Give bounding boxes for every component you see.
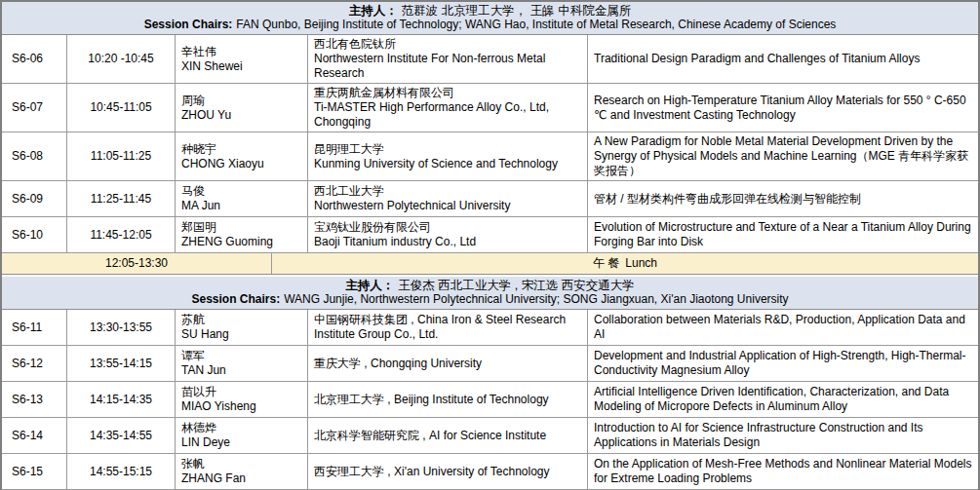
session-row: S6-08 11:05-11:25 种晓宇 CHONG Xiaoyu 昆明理工大… [2,132,978,181]
speaker-affiliation: 昆明理工大学 Kunming University of Science and… [308,132,588,180]
talk-title: Traditional Design Paradigm and Challeng… [588,35,978,83]
speaker-affiliation: 重庆两航金属材料有限公司 Ti-MASTER High Performance … [308,84,588,132]
session1-chairs-en: Session Chairs:FAN Qunbo, Beijing Instit… [6,18,974,31]
speaker-affiliation: 重庆大学 , Chongqing University [308,346,588,381]
speaker-affiliation: 西北工业大学 Northwestern Polytechnical Univer… [308,181,588,216]
session-row: S6-06 10:20 -10:45 辛社伟 XIN Shewei 西北有色院钛… [2,35,978,84]
session1-chairs-band: 主持人：范群波 北京理工大学， 王皞 中科院金属所 Session Chairs… [2,2,978,35]
session-time: 10:20 -10:45 [67,35,176,83]
session-code: S6-10 [2,217,67,252]
session-code: S6-08 [2,132,67,180]
session-time: 14:35-14:55 [67,418,176,453]
speaker-name-en: MA Jun [181,199,301,213]
lunch-row: 12:05-13:30 午 餐Lunch [2,253,978,275]
speaker-name: 苗以升 MIAO Yisheng [176,382,308,417]
speaker-name-en: LIN Deye [181,435,301,450]
chair-label-zh: 主持人： [345,279,394,292]
speaker-name-en: MIAO Yisheng [181,399,301,414]
afternoon-session-rows: S6-11 13:30-13:55 苏航 SU Hang 中国钢研科技集团 , … [2,310,978,490]
session-row: S6-10 11:45-12:05 郑国明 ZHENG Guoming 宝鸡钛业… [2,217,978,253]
talk-title: Evolution of Microstructure and Texture … [588,217,978,252]
chair-names-en: FAN Qunbo, Beijing Institute of Technolo… [236,18,836,31]
speaker-affiliation: 北京科学智能研究院 , AI for Science Institute [308,418,588,453]
speaker-name: 周瑜 ZHOU Yu [176,84,308,132]
speaker-name-en: CHONG Xiaoyu [181,157,301,171]
speaker-name: 辛社伟 XIN Shewei [176,35,308,83]
talk-title: Development and Industrial Application o… [588,346,978,381]
session-code: S6-12 [2,346,67,381]
lunch-label: 午 餐Lunch [272,253,978,274]
speaker-affiliation: 中国钢研科技集团 , China Iron & Steel Research I… [308,310,588,345]
session-row: S6-11 13:30-13:55 苏航 SU Hang 中国钢研科技集团 , … [2,310,978,346]
speaker-affiliation-zh: 宝鸡钛业股份有限公司 [314,220,581,235]
speaker-affiliation-en: Ti-MASTER High Performance Alloy Co., Lt… [314,100,581,130]
speaker-affiliation-en: Baoji Titanium industry Co., Ltd [314,235,581,249]
speaker-name: 郑国明 ZHENG Guoming [176,217,308,252]
session-row: S6-13 14:15-14:35 苗以升 MIAO Yisheng 北京理工大… [2,382,978,418]
talk-title: Research on High-Temperature Titanium Al… [588,84,978,132]
speaker-name-zh: 张帆 [181,457,301,471]
session-time: 11:45-12:05 [67,217,176,252]
session-code: S6-09 [2,181,67,216]
session-time: 11:25-11:45 [67,181,176,216]
session-code: S6-14 [2,418,67,453]
speaker-name-zh: 苏航 [181,313,301,327]
speaker-affiliation-zh: 北京理工大学 , Beijing Institute of Technology [314,393,581,407]
session1-chairs-zh: 主持人：范群波 北京理工大学， 王皞 中科院金属所 [6,4,974,18]
session2-chairs-en: Session Chairs:WANG Junjie, Northwestern… [6,292,974,306]
session-time: 13:30-13:55 [67,310,176,345]
talk-title: On the Application of Mesh-Free Methods … [588,454,978,489]
speaker-affiliation-en: Northwestern Institute For Non-ferrous M… [314,52,581,81]
speaker-affiliation-zh: 北京科学智能研究院 , AI for Science Institute [314,429,581,443]
speaker-name-en: ZHENG Guoming [181,235,301,249]
session2-chairs-zh: 主持人：王俊杰 西北工业大学 , 宋江选 西安交通大学 [6,279,974,292]
session2-chairs-band: 主持人：王俊杰 西北工业大学 , 宋江选 西安交通大学 Session Chai… [2,277,978,310]
chair-names-zh: 范群波 北京理工大学， 王皞 中科院金属所 [402,4,631,18]
speaker-name: 张帆 ZHANG Fan [176,454,308,489]
morning-session-rows: S6-06 10:20 -10:45 辛社伟 XIN Shewei 西北有色院钛… [2,35,978,253]
session-row: S6-12 13:55-14:15 谭军 TAN Jun 重庆大学 , Chon… [2,346,978,382]
speaker-name-zh: 马俊 [181,184,301,199]
speaker-name-zh: 辛社伟 [181,45,301,59]
talk-title: 管材 / 型材类构件弯曲成形回弹在线检测与智能控制 [588,181,978,216]
speaker-name: 种晓宇 CHONG Xiaoyu [176,132,308,180]
speaker-name-en: ZHOU Yu [181,108,301,123]
speaker-name-en: SU Hang [181,327,301,342]
speaker-name: 马俊 MA Jun [176,181,308,216]
session-row: S6-07 10:45-11:05 周瑜 ZHOU Yu 重庆两航金属材料有限公… [2,84,978,132]
speaker-name-en: ZHANG Fan [181,471,301,486]
speaker-affiliation: 西安理工大学 , Xi'an University of Technology [308,454,588,489]
session-time: 10:45-11:05 [67,84,176,132]
speaker-name-zh: 谭军 [181,349,301,363]
session-row: S6-09 11:25-11:45 马俊 MA Jun 西北工业大学 North… [2,181,978,217]
chair-label-en: Session Chairs: [144,18,233,31]
speaker-name-zh: 周瑜 [181,94,301,108]
session-time: 13:55-14:15 [67,346,176,381]
speaker-affiliation-zh: 西北工业大学 [314,184,581,199]
speaker-affiliation: 宝鸡钛业股份有限公司 Baoji Titanium industry Co., … [308,217,588,252]
talk-title: Collaboration between Materials R&D, Pro… [588,310,978,345]
session-code: S6-06 [2,35,67,83]
speaker-affiliation-en: Kunming University of Science and Techno… [314,157,581,171]
speaker-name: 苏航 SU Hang [176,310,308,345]
speaker-name-zh: 种晓宇 [181,142,301,157]
speaker-affiliation: 北京理工大学 , Beijing Institute of Technology [308,382,588,417]
speaker-affiliation-zh: 重庆大学 , Chongqing University [314,357,581,371]
speaker-affiliation-zh: 西北有色院钛所 [314,37,581,52]
chair-names-zh: 王俊杰 西北工业大学 , 宋江选 西安交通大学 [398,279,634,292]
speaker-name-en: XIN Shewei [181,59,301,74]
chair-names-en: WANG Junjie, Northwestern Polytechnical … [284,292,788,306]
session-time: 14:15-14:35 [67,382,176,417]
speaker-name-zh: 林德烨 [181,421,301,435]
speaker-name: 林德烨 LIN Deye [176,418,308,453]
chair-label-zh: 主持人： [349,4,398,18]
speaker-name-zh: 郑国明 [181,220,301,235]
lunch-label-zh: 午 餐 [593,256,619,270]
lunch-label-en: Lunch [625,256,657,270]
session-row: S6-14 14:35-14:55 林德烨 LIN Deye 北京科学智能研究院… [2,418,978,454]
session-time: 14:55-15:15 [67,454,176,489]
talk-title: Introduction to AI for Science Infrastru… [588,418,978,453]
speaker-affiliation-zh: 西安理工大学 , Xi'an University of Technology [314,465,581,479]
session-code: S6-11 [2,310,67,345]
session-code: S6-07 [2,84,67,132]
